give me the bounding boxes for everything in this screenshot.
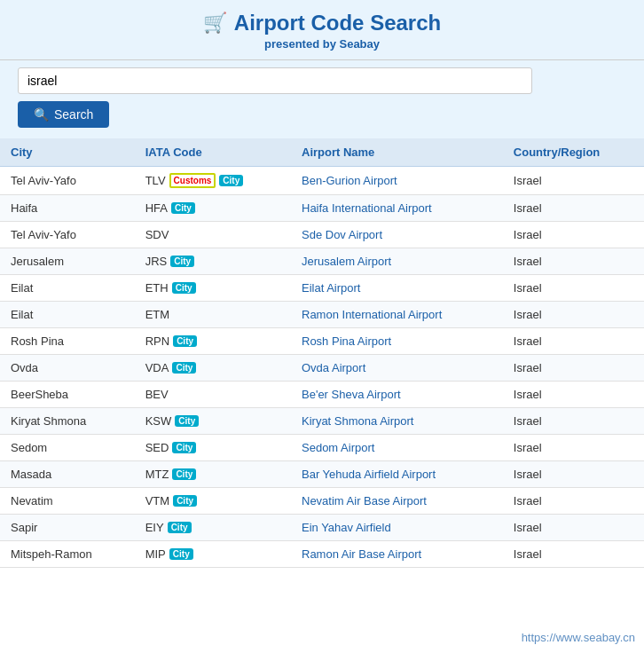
cell-iata: ETM xyxy=(135,302,291,328)
search-icon: 🔍 xyxy=(34,107,49,122)
cell-iata: HFACity xyxy=(135,195,291,222)
cell-city: Eilat xyxy=(0,302,135,328)
airport-link[interactable]: Ben-Gurion Airport xyxy=(302,174,397,187)
airport-link[interactable]: Nevatim Air Base Airport xyxy=(302,494,427,507)
airport-link[interactable]: Ovda Airport xyxy=(302,361,365,374)
cell-airport[interactable]: Sedom Airport xyxy=(291,435,503,461)
table-header-row: City IATA Code Airport Name Country/Regi… xyxy=(0,138,644,167)
iata-code: BEV xyxy=(145,388,169,401)
cell-city: Jerusalem xyxy=(0,248,135,275)
cell-country: Israel xyxy=(503,382,644,408)
airport-link[interactable]: Eilat Airport xyxy=(302,281,360,295)
table-row: JerusalemJRSCityJerusalem AirportIsrael xyxy=(0,248,644,275)
table-row: SapirEIYCityEin Yahav AirfieldIsrael xyxy=(0,515,644,541)
cell-iata: MIPCity xyxy=(135,541,291,568)
table-row: Tel Aviv-YafoTLVCustomsCityBen-Gurion Ai… xyxy=(0,167,644,195)
cell-country: Israel xyxy=(503,302,644,328)
cell-city: Tel Aviv-Yafo xyxy=(0,167,135,195)
cell-airport[interactable]: Ein Yahav Airfield xyxy=(291,515,503,541)
search-section: 🔍 Search xyxy=(0,60,644,138)
cell-country: Israel xyxy=(503,222,644,248)
cart-icon: 🛒 xyxy=(203,12,227,35)
cell-country: Israel xyxy=(503,541,644,568)
airport-link[interactable]: Haifa International Airport xyxy=(302,201,432,215)
page-wrapper: 🛒 Airport Code Search presented by Seaba… xyxy=(0,0,644,653)
cell-airport[interactable]: Be'er Sheva Airport xyxy=(291,382,503,408)
cell-airport[interactable]: Bar Yehuda Airfield Airport xyxy=(291,461,503,488)
city-badge: City xyxy=(172,362,196,374)
results-table: City IATA Code Airport Name Country/Regi… xyxy=(0,138,644,568)
airport-link[interactable]: Ramon International Airport xyxy=(302,308,442,321)
cell-country: Israel xyxy=(503,355,644,382)
cell-airport[interactable]: Ramon International Airport xyxy=(291,302,503,328)
airport-link[interactable]: Bar Yehuda Airfield Airport xyxy=(302,468,436,481)
customs-badge: Customs xyxy=(169,173,216,188)
city-badge: City xyxy=(169,548,193,560)
city-badge: City xyxy=(172,468,196,480)
iata-code: JRS xyxy=(145,255,168,268)
cell-city: Eilat xyxy=(0,275,135,302)
airport-link[interactable]: Ein Yahav Airfield xyxy=(302,521,391,534)
cell-airport[interactable]: Eilat Airport xyxy=(291,275,503,302)
cell-city: BeerSheba xyxy=(0,382,135,408)
city-badge: City xyxy=(172,442,196,453)
cell-iata: RPNCity xyxy=(135,328,291,355)
cell-airport[interactable]: Haifa International Airport xyxy=(291,195,503,222)
table-row: Kiryat ShmonaKSWCityKiryat Shmona Airpor… xyxy=(0,408,644,435)
cell-iata: TLVCustomsCity xyxy=(135,167,291,195)
cell-city: Kiryat Shmona xyxy=(0,408,135,435)
airport-link[interactable]: Be'er Sheva Airport xyxy=(302,388,401,401)
table-row: Tel Aviv-YafoSDVSde Dov AirportIsrael xyxy=(0,222,644,248)
cell-airport[interactable]: Ovda Airport xyxy=(291,355,503,382)
city-badge: City xyxy=(173,495,197,507)
iata-code: HFA xyxy=(145,201,168,215)
airport-link[interactable]: Sedom Airport xyxy=(302,441,374,454)
cell-city: Mitspeh-Ramon xyxy=(0,541,135,568)
iata-code: TLV xyxy=(145,174,166,187)
iata-code: SED xyxy=(145,441,169,454)
cell-city: Rosh Pina xyxy=(0,328,135,355)
cell-city: Masada xyxy=(0,461,135,488)
search-input[interactable] xyxy=(18,67,532,94)
iata-code: SDV xyxy=(145,228,169,241)
cell-city: Haifa xyxy=(0,195,135,222)
iata-code: KSW xyxy=(145,414,172,428)
search-button[interactable]: 🔍 Search xyxy=(18,101,109,128)
brand-name: Seabay xyxy=(339,37,380,51)
cell-airport[interactable]: Sde Dov Airport xyxy=(291,222,503,248)
cell-city: Sapir xyxy=(0,515,135,541)
airport-link[interactable]: Jerusalem Airport xyxy=(302,255,391,268)
table-row: NevatimVTMCityNevatim Air Base AirportIs… xyxy=(0,488,644,515)
iata-code: RPN xyxy=(145,334,169,348)
table-row: EilatETHCityEilat AirportIsrael xyxy=(0,275,644,302)
cell-country: Israel xyxy=(503,435,644,461)
cell-airport[interactable]: Ramon Air Base Airport xyxy=(291,541,503,568)
cell-country: Israel xyxy=(503,167,644,195)
cell-airport[interactable]: Ben-Gurion Airport xyxy=(291,167,503,195)
cell-iata: VDACity xyxy=(135,355,291,382)
cell-iata: EIYCity xyxy=(135,515,291,541)
cell-airport[interactable]: Rosh Pina Airport xyxy=(291,328,503,355)
airport-link[interactable]: Kiryat Shmona Airport xyxy=(302,414,413,428)
iata-code: EIY xyxy=(145,521,164,534)
iata-code: VTM xyxy=(145,494,169,507)
subtitle-pre: presented by xyxy=(264,37,340,51)
airport-link[interactable]: Sde Dov Airport xyxy=(302,228,382,241)
table-row: Rosh PinaRPNCityRosh Pina AirportIsrael xyxy=(0,328,644,355)
iata-code: MTZ xyxy=(145,468,169,481)
table-row: EilatETMRamon International AirportIsrae… xyxy=(0,302,644,328)
cell-airport[interactable]: Jerusalem Airport xyxy=(291,248,503,275)
cell-airport[interactable]: Nevatim Air Base Airport xyxy=(291,488,503,515)
city-badge: City xyxy=(168,522,192,533)
cell-city: Sedom xyxy=(0,435,135,461)
cell-airport[interactable]: Kiryat Shmona Airport xyxy=(291,408,503,435)
header-subtitle: presented by Seabay xyxy=(18,37,626,51)
search-button-label: Search xyxy=(54,107,93,122)
cell-iata: SEDCity xyxy=(135,435,291,461)
city-badge: City xyxy=(175,415,199,427)
cell-iata: JRSCity xyxy=(135,248,291,275)
airport-link[interactable]: Rosh Pina Airport xyxy=(302,334,391,348)
iata-code: ETM xyxy=(145,308,169,321)
col-city: City xyxy=(0,138,135,167)
airport-link[interactable]: Ramon Air Base Airport xyxy=(302,547,421,561)
